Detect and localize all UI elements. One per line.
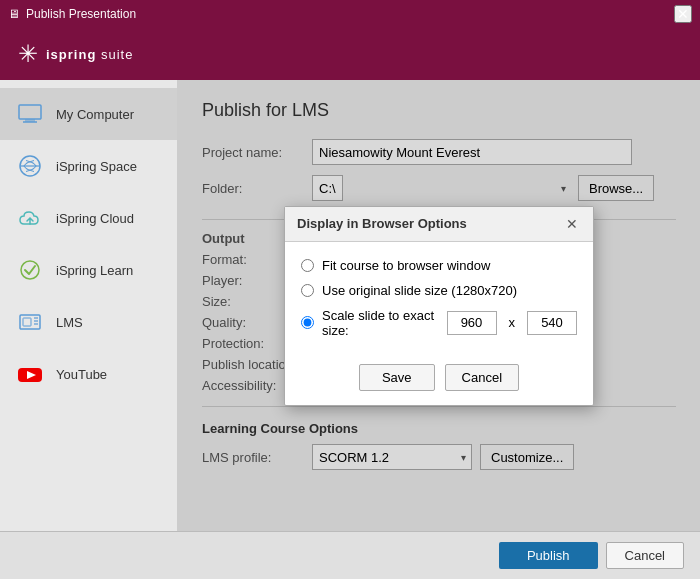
scale-width-input[interactable]	[447, 311, 497, 335]
logo-star-icon: ✳	[18, 40, 38, 68]
modal-footer: Save Cancel	[285, 356, 593, 405]
sidebar-item-label-ispring-space: iSpring Space	[56, 159, 137, 174]
sidebar-item-label-ispring-cloud: iSpring Cloud	[56, 211, 134, 226]
app-header: ✳ ispring suite	[0, 28, 700, 80]
ispring-cloud-icon	[14, 202, 46, 234]
title-bar: 🖥 Publish Presentation ✕	[0, 0, 700, 28]
main-layout: My Computer iSpring Space	[0, 80, 700, 531]
bottom-bar: Publish Cancel	[0, 531, 700, 579]
sidebar-item-ispring-learn[interactable]: iSpring Learn	[0, 244, 177, 296]
svg-rect-0	[19, 105, 41, 119]
modal-title: Display in Browser Options	[297, 216, 467, 231]
logo-text: ispring suite	[46, 47, 133, 62]
modal-save-button[interactable]: Save	[359, 364, 435, 391]
option-fit-to-browser[interactable]: Fit course to browser window	[301, 258, 577, 273]
sidebar-item-label-ispring-learn: iSpring Learn	[56, 263, 133, 278]
svg-point-5	[21, 261, 39, 279]
ispring-learn-icon	[14, 254, 46, 286]
youtube-icon	[14, 358, 46, 390]
app-logo: ✳ ispring suite	[18, 40, 133, 68]
sidebar-item-label-lms: LMS	[56, 315, 83, 330]
option-scale-row: Scale slide to exact size: x	[301, 308, 577, 338]
sidebar-item-ispring-cloud[interactable]: iSpring Cloud	[0, 192, 177, 244]
publish-button[interactable]: Publish	[499, 542, 598, 569]
option-fit-radio[interactable]	[301, 259, 314, 272]
lms-icon	[14, 306, 46, 338]
content-area: Publish for LMS Project name: Folder: C:…	[178, 80, 700, 531]
option-fit-label: Fit course to browser window	[322, 258, 490, 273]
title-bar-close-button[interactable]: ✕	[674, 5, 692, 23]
sidebar-item-youtube[interactable]: YouTube	[0, 348, 177, 400]
option-scale-radio[interactable]	[301, 316, 314, 329]
scale-separator: x	[505, 315, 520, 330]
sidebar-item-label-youtube: YouTube	[56, 367, 107, 382]
modal-cancel-button[interactable]: Cancel	[445, 364, 519, 391]
option-original-size[interactable]: Use original slide size (1280x720)	[301, 283, 577, 298]
svg-rect-7	[23, 318, 31, 326]
sidebar-item-label-my-computer: My Computer	[56, 107, 134, 122]
scale-height-input[interactable]	[527, 311, 577, 335]
title-bar-icon: 🖥	[8, 7, 20, 21]
ispring-space-icon	[14, 150, 46, 182]
sidebar-item-my-computer[interactable]: My Computer	[0, 88, 177, 140]
option-scale-label-wrap[interactable]: Scale slide to exact size:	[301, 308, 439, 338]
sidebar-item-lms[interactable]: LMS	[0, 296, 177, 348]
cancel-button[interactable]: Cancel	[606, 542, 684, 569]
title-bar-text: Publish Presentation	[26, 7, 668, 21]
option-scale-label: Scale slide to exact size:	[322, 308, 439, 338]
sidebar-item-ispring-space[interactable]: iSpring Space	[0, 140, 177, 192]
modal-header: Display in Browser Options ✕	[285, 207, 593, 242]
option-original-label: Use original slide size (1280x720)	[322, 283, 517, 298]
sidebar: My Computer iSpring Space	[0, 80, 178, 531]
computer-icon	[14, 98, 46, 130]
display-browser-options-modal: Display in Browser Options ✕ Fit course …	[284, 206, 594, 406]
modal-body: Fit course to browser window Use origina…	[285, 242, 593, 356]
modal-overlay: Display in Browser Options ✕ Fit course …	[178, 80, 700, 531]
option-original-radio[interactable]	[301, 284, 314, 297]
modal-close-button[interactable]: ✕	[563, 215, 581, 233]
